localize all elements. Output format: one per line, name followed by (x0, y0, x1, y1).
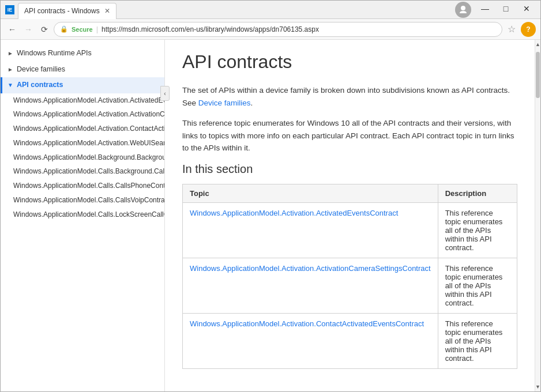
bookmark-icon[interactable]: ☆ (505, 22, 519, 36)
table-row: Windows.ApplicationModel.Activation.Acti… (183, 202, 517, 258)
table-header-row: Topic Description (183, 184, 517, 202)
active-tab[interactable]: API contracts - Windows ✕ (18, 3, 117, 19)
user-avatar[interactable]: ? (521, 22, 536, 37)
sidebar-label-windows-runtime: Windows Runtime APIs (17, 48, 92, 59)
sidebar-item-windows-runtime[interactable]: ► Windows Runtime APIs (1, 46, 164, 62)
topic-link-0[interactable]: Windows.ApplicationModel.Activation.Acti… (190, 209, 398, 217)
intro-paragraph-2: This reference topic enumerates for Wind… (182, 117, 517, 154)
sidebar-item-device-families[interactable]: ► Device families (1, 62, 164, 78)
collapse-icon: ‹ (164, 91, 166, 97)
refresh-button[interactable]: ⟳ (37, 22, 51, 36)
description-column-header: Description (438, 184, 517, 202)
sidebar-subitem-label-5: Windows.ApplicationModel.Background.Back… (13, 153, 165, 161)
scroll-track[interactable] (535, 49, 540, 382)
table-topic-cell-2: Windows.ApplicationModel.Activation.Cont… (183, 313, 438, 368)
table-row: Windows.ApplicationModel.Activation.Acti… (183, 258, 517, 313)
sidebar-subitem-label-6: Windows.ApplicationModel.Calls.Backgroun… (13, 167, 165, 175)
maximize-button[interactable]: □ (497, 2, 515, 16)
sidebar-subitem-5[interactable]: Windows.ApplicationModel.Background.Back… (1, 150, 164, 165)
url-display: https://msdn.microsoft.com/en-us/library… (102, 25, 496, 33)
sidebar-subitem-label-7: Windows.ApplicationModel.Calls.CallsPhon… (13, 182, 165, 190)
expand-arrow-down-icon: ▼ (7, 81, 13, 89)
svg-point-0 (461, 6, 465, 10)
table-topic-cell-0: Windows.ApplicationModel.Activation.Acti… (183, 202, 438, 258)
browser-window: IE API contracts - Windows ✕ — □ ✕ ← → ⟳… (0, 0, 541, 392)
title-bar: IE API contracts - Windows ✕ — □ ✕ (1, 1, 540, 19)
scroll-down-button[interactable]: ▼ (535, 382, 540, 391)
close-button[interactable]: ✕ (517, 2, 536, 16)
sidebar-subitem-6[interactable]: Windows.ApplicationModel.Calls.Backgroun… (1, 164, 164, 179)
device-families-link[interactable]: Device families (198, 99, 251, 107)
secure-label: Secure (72, 26, 93, 33)
sidebar-subitem-3[interactable]: Windows.ApplicationModel.Activation.Cont… (1, 122, 164, 136)
api-contracts-table: Topic Description Windows.ApplicationMod… (182, 184, 517, 369)
table-desc-cell-2: This reference topic enumerates all of t… (438, 313, 517, 368)
table-topic-cell-1: Windows.ApplicationModel.Activation.Acti… (183, 258, 438, 313)
main-content: API contracts The set of APIs within a d… (165, 40, 535, 391)
sidebar-subitem-label-8: Windows.ApplicationModel.Calls.CallsVoip… (13, 196, 165, 204)
sidebar-subitem-9[interactable]: Windows.ApplicationModel.Calls.LockScree… (1, 208, 164, 222)
secure-icon: 🔒 (60, 25, 68, 33)
sidebar-subitem-7[interactable]: Windows.ApplicationModel.Calls.CallsPhon… (1, 179, 164, 193)
sidebar-subitem-label-4: Windows.ApplicationModel.Activation.WebU… (13, 139, 165, 147)
table-desc-cell-0: This reference topic enumerates all of t… (438, 202, 517, 258)
forward-button[interactable]: → (21, 22, 35, 36)
expand-arrow-icon-2: ► (7, 66, 13, 74)
sidebar-subitem-label-3: Windows.ApplicationModel.Activation.Cont… (13, 125, 165, 133)
sidebar-subitem-label-1: Windows.ApplicationModel.Activation.Acti… (13, 96, 165, 104)
sidebar-subitem-4[interactable]: Windows.ApplicationModel.Activation.WebU… (1, 136, 164, 150)
topic-column-header: Topic (183, 184, 438, 202)
separator: | (96, 25, 98, 33)
page-title: API contracts (182, 51, 517, 73)
sidebar-subitem-1[interactable]: Windows.ApplicationModel.Activation.Acti… (1, 93, 164, 108)
intro-paragraph-1: The set of APIs within a device family i… (182, 84, 517, 109)
sidebar-subitem-2[interactable]: Windows.ApplicationModel.Activation.Acti… (1, 107, 164, 122)
sidebar-subitem-8[interactable]: Windows.ApplicationModel.Calls.CallsVoip… (1, 193, 164, 208)
tab-title: API contracts - Windows (24, 7, 100, 15)
sidebar-label-device-families: Device families (17, 65, 65, 75)
sidebar-subitem-label-2: Windows.ApplicationModel.Activation.Acti… (13, 110, 165, 118)
minimize-button[interactable]: — (476, 2, 494, 16)
table-row: Windows.ApplicationModel.Activation.Cont… (183, 313, 517, 368)
intro-text-end: . (251, 99, 253, 107)
scroll-thumb[interactable] (536, 52, 540, 98)
browser-favicon: IE (5, 5, 14, 14)
content-area: ► Windows Runtime APIs ► Device families… (1, 40, 540, 391)
expand-arrow-icon: ► (7, 50, 13, 58)
window-controls: — □ ✕ (455, 2, 536, 18)
sidebar-label-api-contracts: API contracts (17, 80, 63, 91)
tab-close-icon[interactable]: ✕ (104, 7, 110, 15)
vertical-scrollbar[interactable]: ▲ ▼ (535, 40, 540, 391)
topic-link-1[interactable]: Windows.ApplicationModel.Activation.Acti… (190, 264, 431, 273)
sidebar-collapse-button[interactable]: ‹ (160, 86, 170, 101)
sidebar-item-api-contracts[interactable]: ▼ API contracts (1, 77, 164, 93)
scroll-up-button[interactable]: ▲ (535, 40, 540, 49)
profile-icon[interactable] (455, 2, 471, 18)
sidebar-subitem-label-9: Windows.ApplicationModel.Calls.LockScree… (13, 210, 165, 218)
address-bar: ← → ⟳ 🔒 Secure | https://msdn.microsoft.… (1, 19, 540, 40)
table-desc-cell-1: This reference topic enumerates all of t… (438, 258, 517, 313)
sidebar: ► Windows Runtime APIs ► Device families… (1, 40, 165, 391)
address-input-wrapper[interactable]: 🔒 Secure | https://msdn.microsoft.com/en… (54, 22, 502, 37)
topic-link-2[interactable]: Windows.ApplicationModel.Activation.Cont… (190, 319, 424, 328)
back-button[interactable]: ← (5, 22, 19, 36)
section-title: In this section (182, 163, 517, 176)
